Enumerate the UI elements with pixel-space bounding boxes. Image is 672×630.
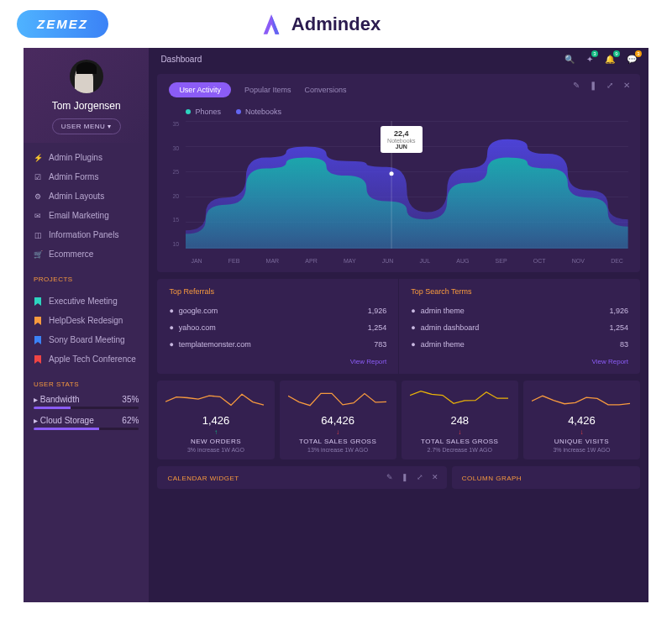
sparkline [532,387,632,409]
zemez-badge: ZEMEZ [17,10,108,38]
topbar-icons: 🔍✦3🔔9💬3 [564,55,637,64]
list-item[interactable]: ●admin dashboard1,254 [411,319,628,336]
close-icon[interactable]: ✕ [432,473,438,481]
list-item[interactable]: ●google.com1,926 [169,302,386,319]
calendar-widget-card: CALENDAR WIDGET ✎ ❚ ⤢ ✕ [157,466,446,489]
user-menu-button[interactable]: USER MENU ▾ [52,118,121,134]
stat-card-unique-visits[interactable]: 4,426 ↓ UNIQUE VISITS 3% increase 1W AGO [523,381,640,459]
stat-value: 248 [410,414,510,427]
sidebar-item-admin-plugins[interactable]: ⚡Admin Plugins [24,148,149,167]
trend-arrow-icon: ↓ [410,428,510,436]
x-tick: SEP [496,258,507,264]
x-tick: JAN [191,258,202,264]
expand-icon[interactable]: ⤢ [606,81,613,90]
chart-area: 353025201510 22,4 Notebooks JUN [186,121,628,264]
edit-icon[interactable]: ✎ [573,81,580,90]
list-item[interactable]: ●yahoo.com1,254 [169,319,386,336]
referrals-title: Top Referrals [169,287,386,296]
list-item[interactable]: ●templatemonster.com783 [169,336,386,353]
x-tick: JUN [382,258,394,264]
y-tick: 35 [172,121,179,127]
drop-icon[interactable]: ❚ [590,81,596,90]
y-tick: 20 [172,193,179,199]
activity-chart-card: User ActivityPopular ItemsConversions ✎ … [157,74,640,272]
bottom-row: CALENDAR WIDGET ✎ ❚ ⤢ ✕ COLUMN GRAPH [157,466,640,489]
x-tick: NOV [572,258,585,264]
stat-pct: 35% [122,395,139,404]
searchterms-title: Top Search Terms [411,287,628,296]
sparkline [165,387,265,409]
project-label: HelpDesk Redesign [49,316,123,325]
bookmark-icon [34,317,42,325]
userstats-heading: USER STATS [24,374,149,391]
stat-pct: 62% [122,416,139,425]
stat-label: ▸ Cloud Storage [34,416,94,425]
username: Tom Jorgensen [30,100,142,112]
badge: 9 [613,50,620,57]
searchterms-view-report[interactable]: View Report [411,358,628,365]
sidebar: Tom Jorgensen USER MENU ▾ ⚡Admin Plugins… [24,48,149,602]
project-helpdesk-redesign[interactable]: HelpDesk Redesign [24,311,149,330]
brand-bar: ZEMEZ Admindex [0,0,672,48]
admindex-logo-icon [260,13,283,36]
sidebar-item-admin-forms[interactable]: ☑Admin Forms [24,167,149,186]
list-item[interactable]: ●admin theme83 [411,336,628,353]
project-apple-tech-conference[interactable]: Apple Tech Conference [24,349,149,369]
stat-card-total-sales-gross[interactable]: 248 ↓ TOTAL SALES GROSS 2.7% Decrease 1W… [402,381,518,459]
drop-icon[interactable]: ❚ [402,473,408,481]
stat-value: 64,426 [288,414,388,427]
stat-label: TOTAL SALES GROSS [288,438,388,445]
page-title: Dashboard [160,55,202,64]
stat-sub: 3% increase 1W AGO [532,447,632,453]
bell-icon[interactable]: 🔔9 [605,55,615,64]
sparkline [410,387,510,409]
bars-icon: ◫ [34,231,42,239]
list-item[interactable]: ●admin theme1,926 [411,302,628,319]
sidebar-item-ecommerce[interactable]: 🛒Ecommerce [24,244,149,264]
sidebar-item-label: Admin Plugins [49,153,102,162]
stat-card-new-orders[interactable]: 1,426 ↑ NEW ORDERS 3% increase 1W AGO [157,381,274,459]
top-referrals: Top Referrals ●google.com1,926●yahoo.com… [157,279,398,374]
y-tick: 25 [172,169,179,175]
stat-value: 4,426 [532,414,632,427]
chat-icon[interactable]: 💬3 [627,55,637,64]
svg-point-1 [390,171,394,176]
y-tick: 10 [172,241,179,247]
sidebar-item-admin-layouts[interactable]: ⚙Admin Layouts [24,186,149,206]
tab-conversions[interactable]: Conversions [304,86,346,94]
project-executive-meeting[interactable]: Executive Meeting [24,291,149,311]
avatar[interactable] [70,60,103,93]
tab-popular-items[interactable]: Popular Items [244,86,291,94]
sparkline [288,387,388,409]
project-sony-board-meeting[interactable]: Sony Board Meeting [24,330,149,349]
x-tick: OCT [533,258,546,264]
close-icon[interactable]: ✕ [623,81,630,90]
wand-icon[interactable]: ✦3 [586,55,593,64]
check-icon: ☑ [34,173,42,181]
profile-block: Tom Jorgensen USER MENU ▾ [24,48,149,143]
referrals-search-row: Top Referrals ●google.com1,926●yahoo.com… [157,279,640,374]
legend-phones: Phones [186,108,221,116]
column-graph-title: COLUMN GRAPH [462,475,522,482]
search-icon[interactable]: 🔍 [564,55,575,64]
sidebar-item-label: Information Panels [49,230,118,239]
dashboard-window: Tom Jorgensen USER MENU ▾ ⚡Admin Plugins… [24,48,648,602]
nav-projects: Executive MeetingHelpDesk RedesignSony B… [24,286,149,374]
trend-arrow-icon: ↓ [532,428,632,436]
referrals-view-report[interactable]: View Report [169,358,386,365]
chart-card-actions: ✎ ❚ ⤢ ✕ [573,81,630,90]
sidebar-item-information-panels[interactable]: ◫Information Panels [24,225,149,244]
stat-label: NEW ORDERS [165,438,265,445]
x-tick: JUL [420,258,430,264]
column-graph-card: COLUMN GRAPH [452,466,640,489]
stat-label: TOTAL SALES GROSS [410,438,510,445]
trend-arrow-icon: ↑ [165,428,265,436]
tab-user-activity[interactable]: User Activity [169,82,231,97]
sidebar-item-email-marketing[interactable]: ✉Email Marketing [24,206,149,225]
expand-icon[interactable]: ⤢ [417,473,423,481]
main-area: Dashboard 🔍✦3🔔9💬3 User ActivityPopular I… [149,48,648,602]
stat-card-total-sales-gross[interactable]: 64,426 ↓ TOTAL SALES GROSS 13% increase … [280,381,396,459]
admindex-brand: Admindex [260,13,381,36]
edit-icon[interactable]: ✎ [386,473,393,481]
stat-label: UNIQUE VISITS [532,438,632,445]
